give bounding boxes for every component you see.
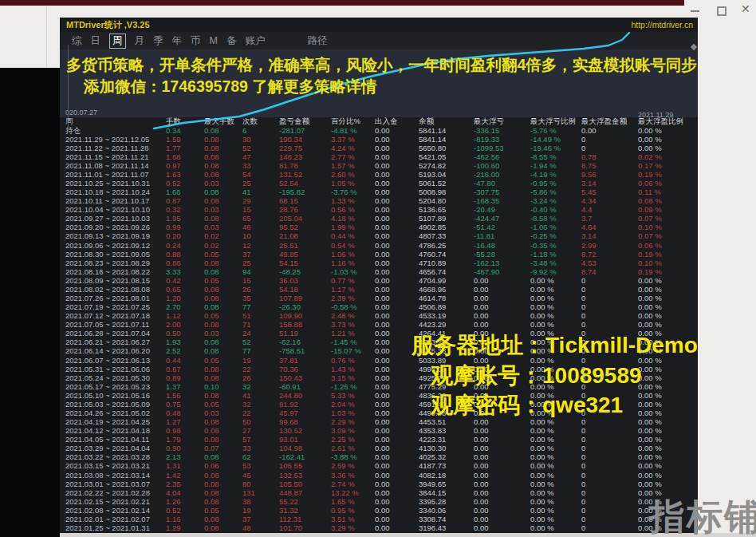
cell-value: 4223.31 — [419, 435, 474, 444]
cell-value: -3.88 % — [331, 452, 375, 461]
cell-value: 9.56 — [581, 170, 638, 179]
cell-week: 2021.06.14 ~ 2021.06.20 — [65, 346, 166, 355]
cell-value: 105.55 — [279, 461, 331, 470]
cell-value: 132.53 — [279, 471, 331, 480]
cell-value: 0 — [581, 515, 638, 523]
cell-value: 30 — [242, 135, 279, 144]
cell-value: 0.08 — [204, 391, 242, 400]
cell-value: 0.08 — [204, 126, 242, 135]
column-header: 最大浮亏比例 — [530, 116, 581, 125]
cell-value: 5274.82 — [419, 161, 474, 170]
cell-value: 15 — [242, 205, 279, 214]
titlebar-accent-strip — [0, 0, 684, 6]
menu-item-币[interactable]: 币 — [191, 34, 201, 48]
menu-item-综[interactable]: 综 — [72, 34, 82, 48]
cell-value: 0.08 — [204, 417, 242, 426]
cell-value: 0.00 % — [530, 426, 581, 435]
cell-week: 2021.04.26 ~ 2021.05.02 — [65, 409, 166, 417]
cell-value: 5193.04 — [419, 170, 474, 179]
cell-value: 0.77 % — [331, 276, 375, 285]
cell-value: -1.03 % — [331, 267, 375, 276]
cell-value: 1.56 — [166, 391, 204, 400]
menu-item-path[interactable]: 路径 — [307, 34, 327, 48]
cell-value: 0.00 — [474, 302, 530, 311]
cell-value: 0.00 % — [638, 400, 694, 409]
cell-week: 2021.05.24 ~ 2021.05.30 — [65, 373, 166, 382]
cell-value: 0.00 — [375, 161, 419, 170]
cell-value: -281.07 — [279, 126, 331, 135]
cell-value: 4807.33 — [419, 231, 474, 240]
cell-value: 0.00 — [474, 435, 530, 444]
menu-item-周[interactable]: 周 — [109, 34, 126, 49]
close-icon[interactable]: ✕ — [741, 2, 750, 15]
cell-value: 8.72 — [581, 250, 638, 259]
cell-value: -1.45 % — [331, 338, 375, 346]
table-row: 2021.08.16 ~ 2021.08.223.330.0894-48.25-… — [60, 267, 694, 276]
app-url-link[interactable]: http://mtdriver.cn — [631, 20, 693, 30]
cell-value: 0.00 % — [638, 302, 694, 311]
cell-value: 4423.29 — [419, 320, 474, 329]
menu-item-M[interactable]: M — [210, 35, 218, 46]
cell-value: 4786.25 — [419, 241, 474, 250]
cell-value: 0.00 — [375, 259, 419, 267]
cell-value: 0.08 — [204, 302, 242, 311]
menu-item-日[interactable]: 日 — [91, 34, 101, 48]
cell-value: 4.04 — [166, 488, 204, 497]
cell-value: 0.02 — [204, 231, 242, 240]
cell-value: 0.03 — [204, 329, 242, 338]
column-header: 手数 — [166, 116, 204, 125]
cell-value: -307.75 — [474, 188, 530, 196]
menu-item-月[interactable]: 月 — [135, 34, 145, 48]
cell-value: 112.31 — [279, 515, 331, 523]
cell-value: 0 — [581, 452, 638, 461]
cell-value: -1.26 % — [331, 382, 375, 391]
cell-value: -4.81 % — [331, 126, 375, 135]
minimize-button[interactable] — [691, 10, 699, 12]
cell-value: -5.76 % — [530, 126, 581, 135]
cell-value: 0.32 — [166, 205, 204, 214]
cell-week: 2021.05.03 ~ 2021.05.09 — [65, 400, 166, 409]
cell-value: 0.00 % — [638, 365, 694, 373]
cell-value: 4.53 — [581, 259, 638, 267]
maximize-button[interactable] — [717, 6, 726, 16]
cell-value: 0 — [581, 320, 638, 329]
table-row: 2021.10.11 ~ 2021.10.170.870.082968.151.… — [60, 196, 694, 205]
app-titlebar: MTDriver统计 ,V3.25 http://mtdriver.cn — [60, 18, 698, 32]
cell-value: 0.08 — [204, 471, 242, 480]
cell-value: 54.15 — [279, 259, 331, 267]
cell-week: 2021.08.16 ~ 2021.08.22 — [65, 267, 166, 276]
cell-week: 2021.09.06 ~ 2021.09.12 — [65, 241, 166, 250]
cell-value: -0.58 % — [331, 302, 375, 311]
cell-value: 2.99 — [581, 241, 638, 250]
cell-value: 0.00 % — [638, 391, 694, 400]
cell-value: -424.47 — [474, 214, 530, 223]
cell-value: 29 — [242, 196, 279, 205]
cell-week: 2021.11.15 ~ 2021.11.21 — [65, 152, 166, 161]
cell-value: 0.75 — [166, 400, 204, 409]
menu-item-账户[interactable]: 账户 — [245, 34, 265, 48]
cell-week: 持仓 — [65, 126, 166, 135]
cell-value: 0.05 — [204, 250, 242, 259]
cell-value: 0.20 — [166, 231, 204, 240]
cell-value: 0.00 — [375, 365, 419, 373]
cell-value: 77 — [242, 346, 279, 355]
cell-value: 0.10 % — [638, 223, 694, 231]
cell-value: 0.00 % — [638, 435, 694, 444]
cell-value: 0.08 — [204, 515, 242, 523]
cell-value: 25.51 — [279, 241, 331, 250]
cell-value: -11.81 — [474, 231, 530, 240]
cell-value: -3.24 % — [530, 196, 581, 205]
cell-value: 93.01 — [279, 435, 331, 444]
cell-value: 3.14 — [581, 231, 638, 240]
cell-value: 0.05 — [204, 506, 242, 515]
menu-item-季[interactable]: 季 — [153, 34, 163, 48]
cell-value: 0.08 — [204, 259, 242, 267]
menu-item-备[interactable]: 备 — [226, 34, 237, 48]
cell-week: 2021.08.23 ~ 2021.08.29 — [65, 259, 166, 267]
cell-value: 0.52 — [166, 506, 204, 515]
cell-value: 0 — [581, 523, 638, 532]
cell-value: 5136.65 — [419, 205, 474, 214]
cell-value: 105.50 — [279, 480, 331, 488]
menu-item-年[interactable]: 年 — [172, 34, 183, 48]
cell-value: 2.74 % — [331, 480, 375, 488]
